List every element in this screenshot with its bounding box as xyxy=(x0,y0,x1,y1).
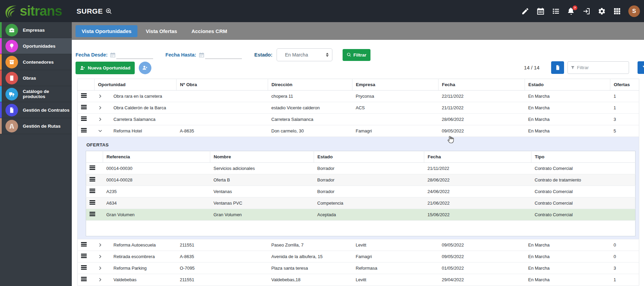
tab-vista-ofertas[interactable]: Vista Ofertas xyxy=(139,25,183,37)
row-menu-icon[interactable] xyxy=(81,93,87,98)
row-menu-icon[interactable] xyxy=(89,212,95,217)
ofertas-header-row: Referencia Nombre Estado Fecha Tipo xyxy=(86,151,635,163)
table-row-expanded[interactable]: Reforma Hotel A-8635 Don carmelo, 30 Fam… xyxy=(78,125,639,137)
notification-badge: ? xyxy=(573,5,577,10)
chevron-right-icon[interactable] xyxy=(98,106,108,110)
row-menu-icon[interactable] xyxy=(89,177,95,182)
oferta-row[interactable]: A634 Ventanas PVC Competencia 21/06/2022… xyxy=(86,197,635,209)
calendar-icon[interactable] xyxy=(536,7,545,15)
fecha-desde-label: Fecha Desde: xyxy=(76,52,108,58)
sidebar-item-empresas[interactable]: Empresas xyxy=(0,22,72,38)
navbar-icons: ? S xyxy=(521,0,640,22)
tab-vista-oportunidades[interactable]: Vista Oportunidades xyxy=(76,25,137,37)
table-row[interactable]: Retirada escombrera A-8635 Avenida de la… xyxy=(78,251,639,263)
row-menu-icon[interactable] xyxy=(81,265,87,270)
row-menu-icon[interactable] xyxy=(81,242,87,247)
tab-bar: Vista Oportunidades Vista Ofertas Accion… xyxy=(72,22,644,40)
chevron-right-icon[interactable] xyxy=(98,254,108,259)
chevron-right-icon[interactable] xyxy=(98,243,108,247)
filter-row: Fecha Desde: Fecha Hasta: Estado: En Mar… xyxy=(76,47,370,62)
oportunidades-table: Oportunidad Nº Obra Dirección Empresa Fe… xyxy=(77,79,639,286)
chevron-right-icon[interactable] xyxy=(98,277,108,282)
table-row[interactable]: Obra rara en la carretera chopera 11 Pry… xyxy=(78,91,639,102)
user-plus-icon xyxy=(80,65,85,71)
road-icon xyxy=(5,120,18,132)
funnel-icon xyxy=(571,65,575,70)
col-nombre: Nombre xyxy=(210,151,314,163)
col-oferta-fecha: Fecha xyxy=(424,151,531,163)
sidebar-item-oportunidades[interactable]: Oportunidades xyxy=(0,38,72,54)
table-row[interactable]: Carretera Salamanca Carretera Salamanca … xyxy=(78,114,639,125)
oferta-row[interactable]: 00014-00030 Servicios adicionales Borrad… xyxy=(86,163,635,174)
logo-text: sitrans xyxy=(20,3,62,19)
table-row[interactable]: Reforma Autoescuela 211551 Paseo Zorrill… xyxy=(78,239,639,251)
row-menu-icon[interactable] xyxy=(89,200,95,205)
sidebar-item-catalogo-productos[interactable]: Catálogo de productos xyxy=(0,86,72,102)
export-file-button[interactable] xyxy=(551,61,564,74)
table-row[interactable]: Valdebebas 211551 Valdebebas,18 Levitt 2… xyxy=(78,274,639,286)
col-direccion: Dirección xyxy=(268,79,352,91)
oferta-row[interactable]: 00014-00028 Oferta B Borrador 28/06/2022… xyxy=(86,174,635,186)
lightbulb-icon xyxy=(5,40,18,52)
edit-icon[interactable] xyxy=(521,7,529,15)
sidebar-item-obras[interactable]: Obras xyxy=(0,70,72,86)
chevron-right-icon[interactable] xyxy=(98,94,108,98)
document-icon xyxy=(5,104,18,116)
fecha-hasta-label: Fecha Hasta: xyxy=(165,52,196,58)
row-menu-icon[interactable] xyxy=(81,105,87,110)
advanced-filter-button[interactable] xyxy=(638,61,644,74)
calendar-picker-icon[interactable] xyxy=(199,52,204,58)
user-plus-icon xyxy=(142,65,148,71)
app-title: SURGE xyxy=(77,7,112,15)
select-arrows-icon xyxy=(326,53,329,57)
table-header-row: Oportunidad Nº Obra Dirección Empresa Fe… xyxy=(78,79,639,91)
gear-icon[interactable] xyxy=(598,7,606,15)
tab-acciones-crm[interactable]: Acciones CRM xyxy=(185,25,233,37)
col-oportunidad: Oportunidad xyxy=(95,79,177,91)
assign-user-round-button[interactable] xyxy=(139,62,151,74)
row-menu-icon[interactable] xyxy=(81,116,87,121)
col-ofertas: Ofertas xyxy=(610,79,639,91)
sidebar-item-gestion-rutas[interactable]: Gestión de Rutas xyxy=(0,118,72,134)
calendar-picker-icon[interactable] xyxy=(110,52,116,58)
row-menu-icon[interactable] xyxy=(89,165,95,170)
sidebar: Empresas Oportunidades Contenedores Obra… xyxy=(0,22,72,286)
truck-icon xyxy=(5,88,18,100)
col-fecha: Fecha xyxy=(439,79,525,91)
row-menu-icon[interactable] xyxy=(81,128,87,133)
estado-select[interactable]: En Marcha xyxy=(277,48,332,61)
col-referencia: Referencia xyxy=(103,151,210,163)
search-icon xyxy=(347,52,351,57)
apps-grid-icon[interactable] xyxy=(613,7,621,15)
fecha-desde-input[interactable] xyxy=(116,51,153,59)
app-window: sitrans SURGE ? xyxy=(0,0,644,286)
row-menu-icon[interactable] xyxy=(89,189,95,193)
nueva-oportunidad-button[interactable]: Nueva Oportunidad xyxy=(76,62,135,74)
oferta-row-accepted[interactable]: Gran Volumen Gran Volumen Aceptada 15/06… xyxy=(86,209,635,221)
row-menu-icon[interactable] xyxy=(81,254,87,258)
sidebar-item-contenedores[interactable]: Contenedores xyxy=(0,54,72,70)
zoom-in-icon[interactable] xyxy=(105,8,112,15)
avatar[interactable]: S xyxy=(628,5,640,17)
list-icon[interactable] xyxy=(552,7,560,15)
records-counter: 14 / 14 xyxy=(520,65,544,70)
table-row[interactable]: Reforma Parking O-7095 Plaza santa teres… xyxy=(78,263,639,274)
briefcase-icon xyxy=(5,24,18,36)
leaf-logo-icon xyxy=(3,4,18,19)
row-menu-icon[interactable] xyxy=(81,277,87,282)
filtrar-button[interactable]: Filtrar xyxy=(343,49,370,61)
file-export-icon xyxy=(555,65,561,70)
col-oferta-estado: Estado xyxy=(314,151,424,163)
chevron-right-icon[interactable] xyxy=(98,117,108,122)
col-tipo: Tipo xyxy=(531,151,635,163)
chevron-down-icon[interactable] xyxy=(98,129,108,133)
sidebar-item-gestion-contratos[interactable]: Gestión de Contratos xyxy=(0,102,72,118)
table-row[interactable]: Obra Calderón de la Barca estadio Vicent… xyxy=(78,102,639,114)
oferta-row[interactable]: A235 Ventanas Borrador 24/06/2022 Contra… xyxy=(86,186,635,197)
sign-in-icon[interactable] xyxy=(582,7,591,15)
bell-icon[interactable]: ? xyxy=(567,7,575,15)
filter-search-input[interactable] xyxy=(577,65,626,70)
ofertas-title: OFERTAS xyxy=(86,142,635,147)
chevron-right-icon[interactable] xyxy=(98,266,108,270)
fecha-hasta-input[interactable] xyxy=(205,51,242,59)
